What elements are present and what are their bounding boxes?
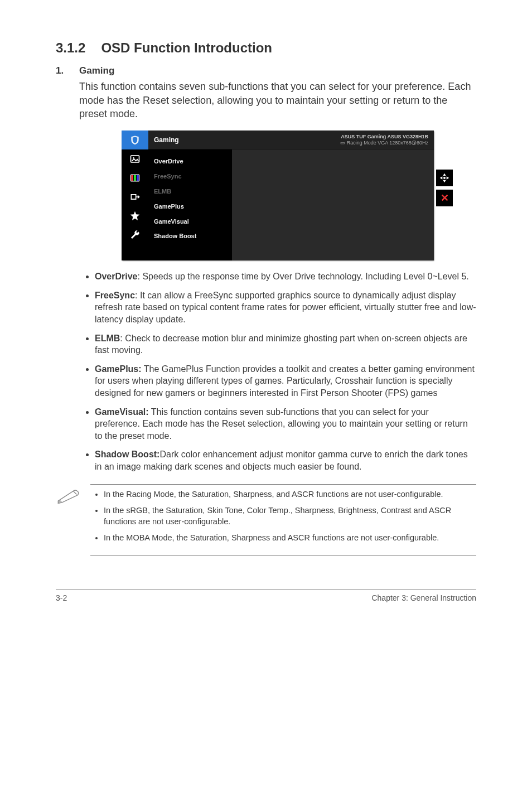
subsection-title: Gaming: [79, 65, 476, 78]
bullet-elmb: ELMB: Check to decrease motion blur and …: [95, 332, 476, 356]
chapter-label: Chapter 3: General Instruction: [371, 593, 476, 603]
bullet-freesync: FreeSync: It can allow a FreeSync suppor…: [95, 289, 476, 326]
note-item: In the sRGB, the Saturation, Skin Tone, …: [104, 505, 476, 527]
bullet-text: It can allow a FreeSync supported graphi…: [95, 291, 476, 324]
nav-joystick-icon: [436, 170, 453, 186]
svg-marker-7: [443, 180, 446, 183]
svg-rect-4: [137, 175, 138, 181]
bullet-gameplus: GamePlus: The GamePlus Function provides…: [95, 363, 476, 399]
svg-marker-8: [440, 176, 443, 180]
bullet-term: FreeSync: [95, 291, 135, 300]
svg-marker-6: [443, 173, 446, 176]
bullet-sep: :: [120, 334, 125, 343]
osd-main: Gaming ASUS TUF Gaming ASUS VG328H1B ▭ R…: [148, 131, 434, 260]
tuf-logo-icon: [122, 131, 148, 149]
osd-header-line2-text: Racing Mode VGA 1280x768@60Hz: [347, 140, 428, 146]
bullet-gamevisual: GameVisual: This function contains seven…: [95, 406, 476, 442]
osd-menu-freesync: FreeSync: [148, 169, 232, 184]
page-number: 3-2: [56, 593, 67, 603]
osd-header-title: Gaming: [154, 136, 238, 144]
section-number: 3.1.2: [56, 39, 85, 57]
intro-paragraph: This function contains seven sub-functio…: [79, 80, 476, 120]
osd-body: OverDrive FreeSync ELMB GamePlus GameVis…: [148, 149, 434, 260]
list-item-gaming: 1. Gaming This function contains seven s…: [56, 65, 476, 479]
bullet-text: Check to decrease motion blur and minimi…: [95, 334, 467, 355]
note-item: In the Racing Mode, the Saturation, Shar…: [104, 489, 476, 500]
note-list: In the Racing Mode, the Saturation, Shar…: [90, 489, 476, 544]
image-icon: [122, 149, 148, 168]
star-icon: [122, 206, 148, 225]
list-content: Gaming This function contains seven sub-…: [79, 65, 476, 479]
bullet-text: The GamePlus Function provides a toolkit…: [95, 364, 475, 398]
osd-sidebar: [122, 131, 148, 260]
bullet-text: This function contains seven sub-functio…: [95, 407, 468, 441]
wrench-icon: [122, 225, 148, 244]
list-index: 1.: [56, 65, 79, 479]
bullet-overdrive: OverDrive: Speeds up the response time b…: [95, 270, 476, 283]
svg-marker-9: [447, 176, 449, 180]
feature-bullets: OverDrive: Speeds up the response time b…: [79, 270, 476, 472]
svg-rect-2: [131, 175, 133, 181]
page-footer: 3-2 Chapter 3: General Instruction: [56, 589, 476, 603]
note-body: In the Racing Mode, the Saturation, Shar…: [90, 484, 476, 555]
bullet-sep: :: [135, 291, 140, 300]
bullet-text: Speeds up the response time by Over Driv…: [142, 272, 468, 281]
bullet-term: GameVisual:: [95, 407, 149, 417]
osd-menu-gameplus: GamePlus: [148, 199, 232, 214]
osd-panel: Gaming ASUS TUF Gaming ASUS VG328H1B ▭ R…: [122, 131, 434, 260]
osd-menu-elmb: ELMB: [148, 184, 232, 199]
osd-content-panel: [232, 149, 434, 260]
section-title: OSD Function Introduction: [101, 40, 272, 55]
color-bars-icon: [122, 168, 148, 187]
note-block: In the Racing Mode, the Saturation, Shar…: [56, 484, 476, 555]
bullet-term: ELMB: [95, 334, 120, 343]
osd-header-line2: ▭ Racing Mode VGA 1280x768@60Hz: [238, 140, 428, 146]
bullet-term: GamePlus:: [95, 364, 142, 374]
pencil-note-icon: [56, 484, 81, 555]
osd-screenshot: Gaming ASUS TUF Gaming ASUS VG328H1B ▭ R…: [79, 131, 476, 260]
osd-menu: OverDrive FreeSync ELMB GamePlus GameVis…: [148, 149, 232, 260]
osd-header-line1: ASUS TUF Gaming ASUS VG328H1B: [238, 134, 428, 140]
osd-header-info: ASUS TUF Gaming ASUS VG328H1B ▭ Racing M…: [238, 134, 428, 146]
svg-point-10: [443, 177, 446, 179]
section-heading: 3.1.2OSD Function Introduction: [56, 39, 476, 57]
osd-right-controls: ✕: [436, 170, 453, 206]
bullet-term: OverDrive: [95, 272, 138, 281]
bullet-term: Shadow Boost:: [95, 450, 159, 459]
osd-menu-shadowboost: Shadow Boost: [148, 229, 232, 244]
osd-menu-gamevisual: GameVisual: [148, 214, 232, 229]
numbered-list: 1. Gaming This function contains seven s…: [56, 65, 476, 479]
input-icon: [122, 187, 148, 206]
osd-menu-overdrive: OverDrive: [148, 154, 232, 169]
osd-header: Gaming ASUS TUF Gaming ASUS VG328H1B ▭ R…: [148, 131, 434, 149]
svg-rect-3: [134, 175, 136, 181]
close-icon: ✕: [436, 190, 453, 206]
note-item: In the MOBA Mode, the Saturation, Sharpn…: [104, 533, 476, 544]
bullet-shadowboost: Shadow Boost:Dark color enhancement adju…: [95, 448, 476, 472]
